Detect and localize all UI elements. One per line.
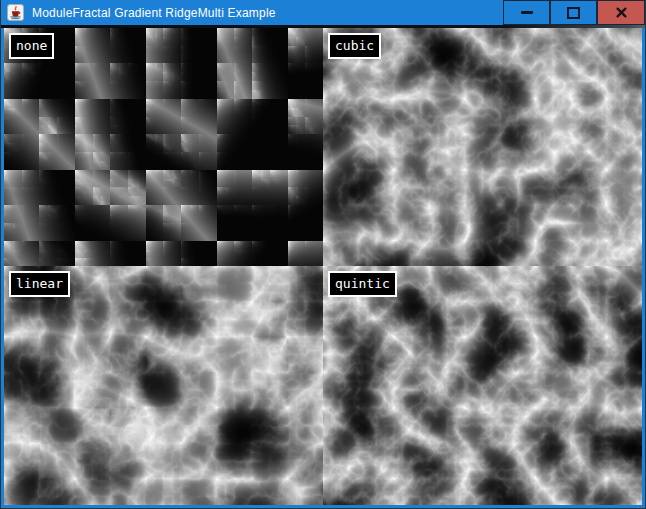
noise-canvas-cubic (323, 28, 642, 266)
noise-panel-quintic: quintic (323, 266, 642, 505)
noise-canvas-linear (4, 266, 323, 505)
java-app-icon[interactable] (7, 4, 24, 21)
app-window: ModuleFractal Gradient RidgeMulti Exampl… (0, 0, 646, 509)
interp-label-quintic: quintic (328, 271, 397, 297)
maximize-button[interactable] (550, 0, 597, 25)
close-button[interactable] (597, 0, 645, 25)
titlebar[interactable]: ModuleFractal Gradient RidgeMulti Exampl… (1, 0, 645, 25)
noise-grid: none cubic linear quintic (4, 28, 642, 505)
interp-label-linear: linear (9, 271, 70, 297)
minimize-button[interactable] (503, 0, 550, 25)
noise-panel-cubic: cubic (323, 28, 642, 266)
noise-panel-none: none (4, 28, 323, 266)
window-title: ModuleFractal Gradient RidgeMulti Exampl… (32, 6, 276, 20)
interp-label-none: none (9, 33, 54, 59)
minimize-icon (521, 11, 533, 14)
window-body: none cubic linear quintic (1, 28, 645, 508)
window-controls (503, 0, 645, 25)
noise-canvas-quintic (323, 266, 642, 505)
noise-canvas-none (4, 28, 323, 266)
noise-panel-linear: linear (4, 266, 323, 505)
java-cup-icon (7, 4, 24, 21)
interp-label-cubic: cubic (328, 33, 381, 59)
close-icon (616, 7, 627, 18)
maximize-icon (567, 7, 580, 19)
